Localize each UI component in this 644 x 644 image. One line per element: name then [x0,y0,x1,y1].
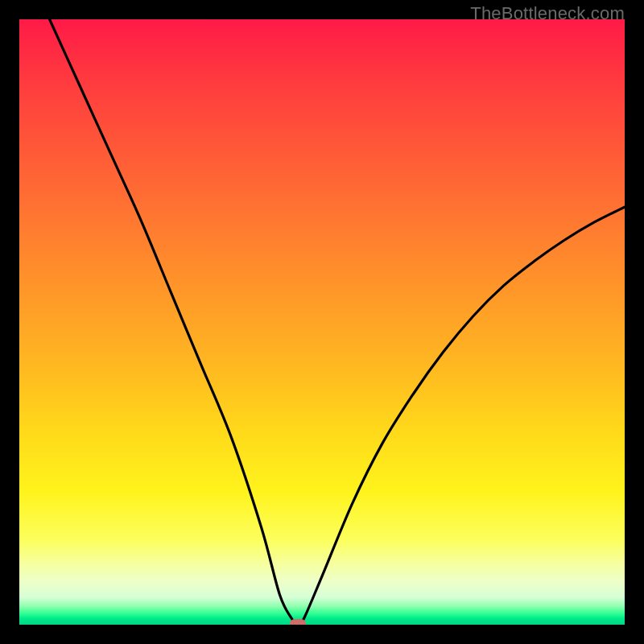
curve-layer [19,19,625,625]
min-marker [290,619,306,625]
chart-frame: TheBottleneck.com [0,0,644,644]
watermark-text: TheBottleneck.com [470,3,625,24]
bottleneck-curve [50,19,625,625]
plot-area [19,19,625,625]
